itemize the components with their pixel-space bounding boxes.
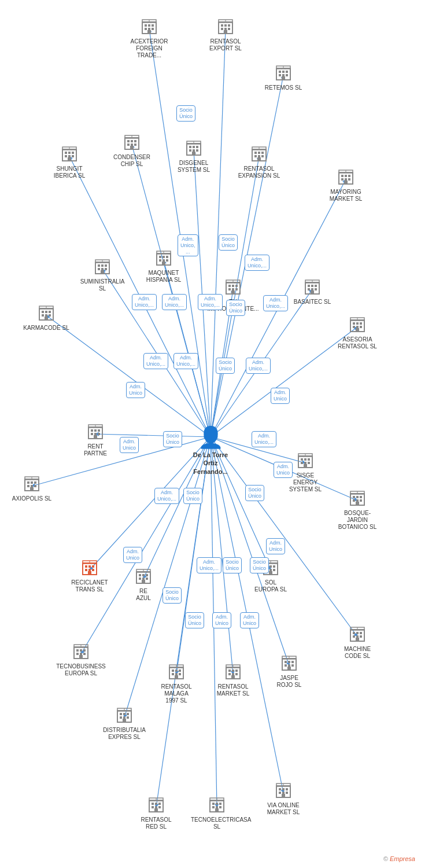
company-node-axiopolis[interactable]: AXIOPOLIS SL: [9, 475, 55, 502]
svg-rect-286: [291, 664, 294, 667]
svg-rect-172: [94, 429, 97, 432]
company-node-condenser_chip[interactable]: CONDENSER CHIP SL: [109, 133, 155, 168]
svg-rect-77: [192, 152, 195, 155]
company-node-tecnobusiness[interactable]: TECNOBUSINESS EUROPA SL: [58, 642, 104, 677]
svg-rect-134: [42, 314, 44, 317]
building-icon: [23, 475, 41, 494]
company-node-rentasol_export[interactable]: RENTASOL EXPORT SL: [202, 17, 249, 52]
company-node-suministralia[interactable]: SUMINISTRALIA SL: [79, 258, 125, 292]
svg-rect-81: [254, 152, 257, 154]
relationship-badge-5[interactable]: Adm. Unico,...: [162, 294, 187, 310]
relationship-badge-1[interactable]: Adm. Unico, ...: [178, 234, 198, 256]
relationship-badge-7[interactable]: Socio Único: [226, 300, 245, 316]
relationship-badge-28[interactable]: Socio Único: [185, 612, 204, 628]
company-node-karmacode[interactable]: KARMACODE SL: [23, 304, 69, 332]
relationship-badge-12[interactable]: Adm. Unico,...: [246, 358, 271, 374]
svg-rect-83: [261, 152, 264, 154]
relationship-badge-13[interactable]: Adm. Unico: [271, 388, 290, 404]
svg-rect-242: [80, 649, 82, 652]
relationship-badge-27[interactable]: Socio Único: [163, 587, 182, 604]
svg-rect-114: [159, 259, 161, 262]
company-node-basaitec[interactable]: BASAITEC SL: [289, 278, 335, 306]
svg-rect-276: [235, 673, 238, 675]
svg-rect-74: [189, 149, 191, 152]
company-node-disgenel[interactable]: DISGENEL SYSTEM SL: [171, 139, 217, 174]
relationship-badge-21[interactable]: Socio Único: [245, 485, 264, 501]
relationship-badge-16[interactable]: Adm. Unico: [120, 437, 139, 453]
company-node-distributalia[interactable]: DISTRIBUTALIA EXPRES SL: [101, 706, 147, 741]
svg-rect-144: [228, 288, 231, 290]
relationship-badge-15[interactable]: Socio Único: [163, 431, 182, 447]
relationship-badge-10[interactable]: Adm. Unico,...: [173, 353, 198, 369]
svg-rect-214: [85, 569, 87, 571]
company-node-jaspe_rojo[interactable]: JASPE ROJO SL: [266, 654, 312, 689]
svg-rect-176: [98, 433, 100, 435]
relationship-badge-2[interactable]: Socio Único: [219, 234, 238, 251]
svg-rect-304: [152, 806, 154, 808]
svg-rect-324: [279, 792, 281, 794]
svg-rect-36: [152, 28, 154, 30]
svg-rect-53: [286, 71, 288, 73]
relationship-badge-29[interactable]: Adm. Unico: [212, 612, 231, 628]
company-node-via_online[interactable]: VIA ONLINE MARKET SL: [260, 781, 306, 816]
company-node-rentasol_expansion[interactable]: RENTASOL EXPANSION SL: [236, 145, 282, 179]
relationship-badge-20[interactable]: Socio Único: [183, 488, 202, 504]
svg-rect-232: [269, 565, 272, 568]
svg-rect-326: [286, 792, 288, 794]
relationship-badge-24[interactable]: Adm. Unico,...: [197, 557, 221, 573]
relationship-badge-22[interactable]: Adm. Unico: [266, 538, 285, 554]
relationship-badge-11[interactable]: Socio Único: [216, 358, 235, 374]
relationship-badge-30[interactable]: Adm. Unico: [240, 612, 259, 628]
company-node-shungit[interactable]: SHUNGIT IBERICA SL: [46, 145, 93, 179]
svg-rect-124: [98, 268, 100, 270]
svg-rect-63: [134, 140, 136, 142]
svg-rect-163: [360, 322, 362, 325]
svg-rect-245: [80, 653, 82, 655]
svg-rect-241: [76, 649, 79, 652]
company-node-bosque_jardin[interactable]: BOSQUE- JARDIN BOTANICO SL: [334, 489, 381, 531]
relationship-badge-26[interactable]: Socio Único: [250, 557, 269, 573]
center-node[interactable]: 👤De La Torre Ortiz Fernando...: [187, 425, 234, 476]
relationship-badge-8[interactable]: Adm. Unico,...: [263, 295, 288, 311]
svg-rect-61: [127, 140, 130, 142]
company-node-asesoria_rentasol[interactable]: ASESORIA RENTASOL SL: [334, 315, 381, 350]
copyright: © Empresa: [383, 855, 415, 862]
relationship-badge-4[interactable]: Adm. Unico,...: [132, 294, 157, 310]
svg-rect-137: [45, 317, 48, 320]
svg-rect-73: [196, 146, 198, 148]
company-label: CONDENSER CHIP SL: [113, 154, 150, 168]
svg-rect-157: [311, 290, 314, 294]
company-label: MACHINE CODE SL: [344, 646, 371, 660]
svg-line-1: [211, 29, 226, 437]
svg-rect-226: [146, 578, 148, 580]
relationship-badge-19[interactable]: Adm. Unico,...: [154, 488, 179, 504]
building-icon: [348, 489, 367, 509]
relationship-badge-14[interactable]: Adm. Unico: [126, 382, 145, 398]
svg-rect-133: [49, 311, 51, 313]
company-node-rent_partne[interactable]: RENT PARTNE: [72, 422, 119, 457]
company-node-acexterior[interactable]: ACEXTERIOR FOREIGN TRADE...: [126, 17, 172, 59]
company-node-machine_code[interactable]: MACHINE CODE SL: [334, 625, 381, 660]
company-label: DISGENEL SYSTEM SL: [178, 160, 210, 174]
svg-rect-84: [254, 155, 257, 157]
svg-rect-321: [279, 788, 281, 790]
svg-rect-312: [216, 803, 218, 805]
svg-rect-91: [65, 152, 67, 154]
company-node-rentasol_market[interactable]: RENTASOL MARKET SL: [210, 663, 256, 697]
company-node-re_azul[interactable]: RE AZUL: [120, 567, 167, 602]
company-node-mayoring[interactable]: MAYORING MARKET SL: [323, 168, 369, 203]
relationship-badge-9[interactable]: Adm. Unico,...: [143, 353, 168, 369]
company-node-retemos[interactable]: RETEMOS SL: [260, 64, 306, 91]
relationship-badge-3[interactable]: Adm. Unico,...: [245, 255, 269, 271]
relationship-badge-23[interactable]: Adm. Unico: [123, 547, 142, 563]
svg-rect-44: [221, 28, 223, 30]
relationship-badge-25[interactable]: Socio Único: [223, 557, 242, 573]
company-node-rentasol_red[interactable]: RENTASOL RED SL: [133, 796, 179, 830]
company-node-rentasol_malaga[interactable]: RENTASOL MALAGA 1997 SL: [153, 663, 200, 704]
relationship-badge-6[interactable]: Adm. Unico,...: [198, 294, 223, 310]
company-node-reciclanet[interactable]: RECICLANET TRANS SL: [67, 558, 113, 593]
relationship-badge-17[interactable]: Adm. Unico,...: [252, 431, 276, 447]
company-node-tecnoelectricasa[interactable]: TECNOELECTRICASA SL: [194, 796, 240, 830]
relationship-badge-0[interactable]: Socio Único: [176, 105, 195, 122]
relationship-badge-18[interactable]: Adm. Unico: [274, 462, 293, 478]
